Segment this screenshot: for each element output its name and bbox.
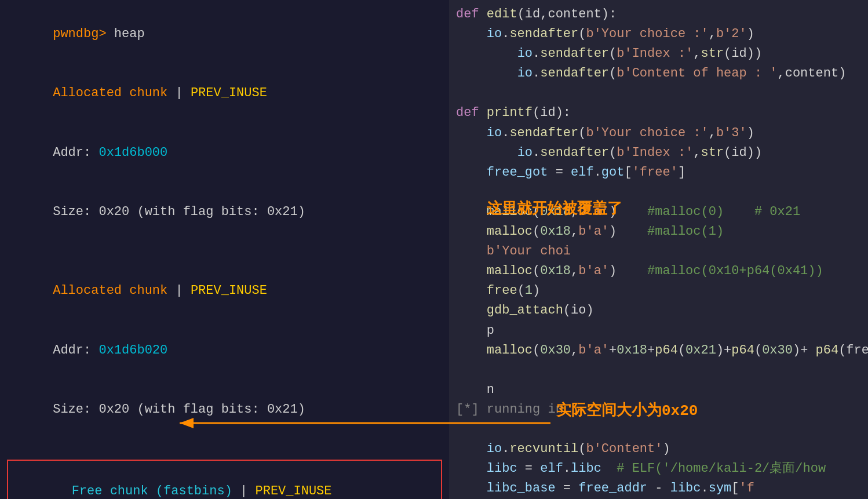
code-line-1: def edit(id,content): — [456, 5, 861, 24]
addr2-label: Addr: — [53, 343, 99, 358]
code-line-5: def printf(id): — [456, 103, 861, 123]
code-line-21: libc_base = free_addr - libc.sym['f — [456, 479, 861, 498]
code-line-14: gdb_attach(io) — [456, 301, 861, 320]
code-line-12: malloc(0x18,b'a') #malloc(0x10+p64(0x41)… — [456, 261, 861, 281]
code-line-17: n — [456, 380, 861, 400]
free-chunk-box: Free chunk (fastbins) | PREV_INUSE Addr:… — [7, 460, 442, 499]
code-line-7: io.sendafter(b'Index :',str(id)) — [456, 143, 861, 163]
code-line-11: b'Your choi — [456, 242, 861, 261]
alloc1-sep: | — [167, 86, 191, 100]
code-line-3: io.sendafter(b'Index :',str(id)) — [456, 44, 861, 64]
code-line-20: libc = elf.libc # ELF('/home/kali-2/桌面/h… — [456, 459, 861, 479]
alloc1-label: Allocated chunk — [53, 86, 167, 100]
code-line-4: io.sendafter(b'Content of heap : ',conte… — [456, 64, 861, 83]
free-chunk-header: Free chunk (fastbins) | PREV_INUSE — [10, 462, 439, 499]
free-label: Free chunk (fastbins) — [72, 484, 232, 498]
alloc2-sep: | — [167, 283, 191, 298]
code-line-2: io.sendafter(b'Your choice :',b'2') — [456, 24, 861, 44]
alloc1-prev-inuse: PREV_INUSE — [191, 86, 267, 100]
alloc-chunk-1-size: Size: 0x20 (with flag bits: 0x21) — [7, 183, 442, 242]
main-container: pwndbg> heap Allocated chunk | PREV_INUS… — [0, 0, 868, 499]
addr1-val: 0x1d6b000 — [99, 145, 167, 160]
alloc2-prev-inuse: PREV_INUSE — [191, 283, 267, 298]
annotation-1-text: 这里就开始被覆盖了 — [487, 198, 622, 218]
code-line-15: p — [456, 321, 861, 341]
alloc-chunk-2-header: Allocated chunk | PREV_INUSE — [7, 261, 442, 320]
free-sep: | — [232, 484, 256, 498]
cmd-1: heap — [107, 27, 145, 41]
arrow-annotation-2 — [174, 411, 579, 440]
blank-1 — [7, 242, 442, 261]
alloc-chunk-1-header: Allocated chunk | PREV_INUSE — [7, 64, 442, 123]
code-line-13: free(1) — [456, 281, 861, 301]
terminal-line-1: pwndbg> heap — [7, 5, 442, 64]
code-line-10: malloc(0x18,b'a') #malloc(1) — [456, 222, 861, 242]
code-line-blank1 — [456, 83, 861, 103]
blank-2 — [7, 439, 442, 459]
alloc-chunk-2-addr: Addr: 0x1d6b020 — [7, 321, 442, 380]
code-line-8: free_got = elf.got['free'] — [456, 163, 861, 183]
code-line-16: malloc(0x30,b'a'+0x18+p64(0x21)+p64(0x30… — [456, 341, 861, 360]
code-line-19: io.recvuntil(b'Content') — [456, 439, 861, 459]
prompt-1: pwndbg> — [53, 27, 106, 41]
code-line-6: io.sendafter(b'Your choice :',b'3') — [456, 123, 861, 143]
code-line-blank3 — [456, 360, 861, 380]
alloc-chunk-1-addr: Addr: 0x1d6b000 — [7, 123, 442, 183]
size1: Size: 0x20 (with flag bits: 0x21) — [53, 205, 305, 219]
free-prev-inuse: PREV_INUSE — [255, 484, 331, 498]
alloc2-label: Allocated chunk — [53, 283, 167, 298]
addr2-val: 0x1d6b020 — [99, 343, 167, 358]
addr1-label: Addr: — [53, 145, 99, 160]
